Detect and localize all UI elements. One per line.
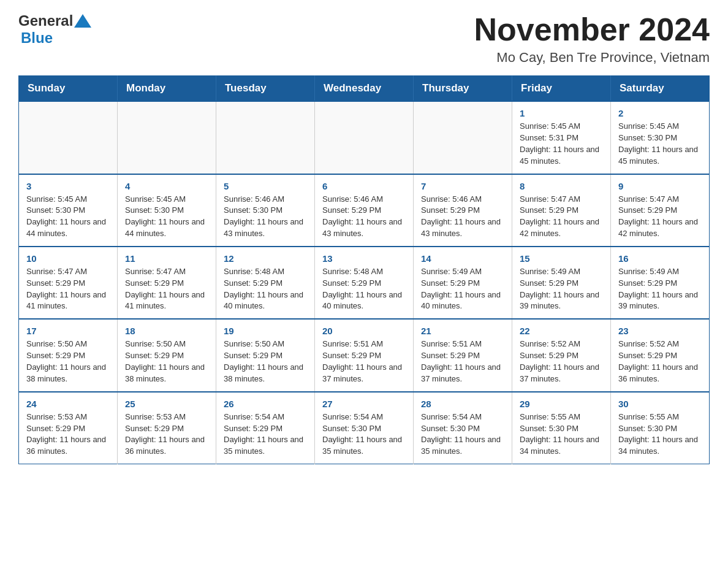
day-info: Sunrise: 5:55 AMSunset: 5:30 PMDaylight:… — [520, 412, 603, 458]
day-info: Sunrise: 5:45 AMSunset: 5:30 PMDaylight:… — [125, 194, 208, 240]
day-info: Sunrise: 5:54 AMSunset: 5:30 PMDaylight:… — [322, 412, 406, 458]
day-info: Sunrise: 5:53 AMSunset: 5:29 PMDaylight:… — [125, 412, 208, 458]
table-row: 20Sunrise: 5:51 AMSunset: 5:29 PMDayligh… — [315, 319, 414, 391]
table-row: 23Sunrise: 5:52 AMSunset: 5:29 PMDayligh… — [611, 319, 710, 391]
day-header-sunday: Sunday — [19, 76, 118, 102]
table-row: 12Sunrise: 5:48 AMSunset: 5:29 PMDayligh… — [216, 247, 315, 319]
day-number: 24 — [26, 399, 110, 409]
table-row: 7Sunrise: 5:46 AMSunset: 5:29 PMDaylight… — [414, 174, 512, 247]
calendar-week-5: 24Sunrise: 5:53 AMSunset: 5:29 PMDayligh… — [19, 392, 710, 464]
day-number: 13 — [322, 253, 406, 264]
day-number: 9 — [618, 181, 702, 191]
day-info: Sunrise: 5:54 AMSunset: 5:30 PMDaylight:… — [421, 412, 504, 458]
day-number: 29 — [520, 399, 603, 409]
day-number: 11 — [125, 253, 208, 264]
table-row: 15Sunrise: 5:49 AMSunset: 5:29 PMDayligh… — [512, 247, 611, 319]
table-row: 19Sunrise: 5:50 AMSunset: 5:29 PMDayligh… — [216, 319, 315, 391]
day-number: 21 — [421, 326, 504, 336]
page-header: General Blue November 2024 Mo Cay, Ben T… — [18, 12, 710, 66]
day-info: Sunrise: 5:53 AMSunset: 5:29 PMDaylight:… — [26, 412, 110, 458]
day-info: Sunrise: 5:48 AMSunset: 5:29 PMDaylight:… — [322, 266, 406, 312]
table-row: 3Sunrise: 5:45 AMSunset: 5:30 PMDaylight… — [19, 174, 118, 247]
day-number: 16 — [618, 253, 702, 264]
day-info: Sunrise: 5:48 AMSunset: 5:29 PMDaylight:… — [224, 266, 307, 312]
table-row: 16Sunrise: 5:49 AMSunset: 5:29 PMDayligh… — [611, 247, 710, 319]
calendar-week-1: 1Sunrise: 5:45 AMSunset: 5:31 PMDaylight… — [19, 101, 710, 174]
logo: General Blue — [18, 12, 93, 47]
table-row — [414, 101, 512, 174]
table-row: 9Sunrise: 5:47 AMSunset: 5:29 PMDaylight… — [611, 174, 710, 247]
day-info: Sunrise: 5:45 AMSunset: 5:30 PMDaylight:… — [618, 121, 702, 167]
table-row: 6Sunrise: 5:46 AMSunset: 5:29 PMDaylight… — [315, 174, 414, 247]
table-row: 4Sunrise: 5:45 AMSunset: 5:30 PMDaylight… — [118, 174, 216, 247]
day-info: Sunrise: 5:49 AMSunset: 5:29 PMDaylight:… — [618, 266, 702, 312]
day-info: Sunrise: 5:55 AMSunset: 5:30 PMDaylight:… — [618, 412, 702, 458]
table-row: 5Sunrise: 5:46 AMSunset: 5:30 PMDaylight… — [216, 174, 315, 247]
calendar-week-4: 17Sunrise: 5:50 AMSunset: 5:29 PMDayligh… — [19, 319, 710, 391]
day-number: 5 — [224, 181, 307, 191]
day-info: Sunrise: 5:50 AMSunset: 5:29 PMDaylight:… — [26, 339, 110, 385]
day-info: Sunrise: 5:47 AMSunset: 5:29 PMDaylight:… — [26, 266, 110, 312]
day-number: 18 — [125, 326, 208, 336]
table-row: 21Sunrise: 5:51 AMSunset: 5:29 PMDayligh… — [414, 319, 512, 391]
day-number: 26 — [224, 399, 307, 409]
table-row — [118, 101, 216, 174]
day-info: Sunrise: 5:45 AMSunset: 5:31 PMDaylight:… — [520, 121, 603, 167]
day-info: Sunrise: 5:52 AMSunset: 5:29 PMDaylight:… — [618, 339, 702, 385]
table-row: 17Sunrise: 5:50 AMSunset: 5:29 PMDayligh… — [19, 319, 118, 391]
table-row: 13Sunrise: 5:48 AMSunset: 5:29 PMDayligh… — [315, 247, 414, 319]
day-info: Sunrise: 5:49 AMSunset: 5:29 PMDaylight:… — [421, 266, 504, 312]
day-info: Sunrise: 5:47 AMSunset: 5:29 PMDaylight:… — [520, 194, 603, 240]
day-number: 22 — [520, 326, 603, 336]
day-header-thursday: Thursday — [414, 76, 512, 102]
day-info: Sunrise: 5:47 AMSunset: 5:29 PMDaylight:… — [125, 266, 208, 312]
day-number: 25 — [125, 399, 208, 409]
page-subtitle: Mo Cay, Ben Tre Province, Vietnam — [474, 50, 710, 66]
day-number: 23 — [618, 326, 702, 336]
day-info: Sunrise: 5:46 AMSunset: 5:29 PMDaylight:… — [421, 194, 504, 240]
day-info: Sunrise: 5:51 AMSunset: 5:29 PMDaylight:… — [421, 339, 504, 385]
day-number: 27 — [322, 399, 406, 409]
calendar-body: 1Sunrise: 5:45 AMSunset: 5:31 PMDaylight… — [19, 101, 710, 464]
day-info: Sunrise: 5:51 AMSunset: 5:29 PMDaylight:… — [322, 339, 406, 385]
day-number: 8 — [520, 181, 603, 191]
day-header-saturday: Saturday — [611, 76, 710, 102]
day-info: Sunrise: 5:50 AMSunset: 5:29 PMDaylight:… — [224, 339, 307, 385]
day-info: Sunrise: 5:47 AMSunset: 5:29 PMDaylight:… — [618, 194, 702, 240]
day-number: 2 — [618, 108, 702, 118]
table-row: 26Sunrise: 5:54 AMSunset: 5:29 PMDayligh… — [216, 392, 315, 464]
day-header-tuesday: Tuesday — [216, 76, 315, 102]
day-number: 15 — [520, 253, 603, 264]
table-row — [19, 101, 118, 174]
table-row: 24Sunrise: 5:53 AMSunset: 5:29 PMDayligh… — [19, 392, 118, 464]
table-row — [315, 101, 414, 174]
day-number: 17 — [26, 326, 110, 336]
table-row: 14Sunrise: 5:49 AMSunset: 5:29 PMDayligh… — [414, 247, 512, 319]
table-row: 22Sunrise: 5:52 AMSunset: 5:29 PMDayligh… — [512, 319, 611, 391]
table-row: 27Sunrise: 5:54 AMSunset: 5:30 PMDayligh… — [315, 392, 414, 464]
svg-marker-0 — [74, 14, 91, 28]
day-number: 12 — [224, 253, 307, 264]
day-number: 20 — [322, 326, 406, 336]
day-info: Sunrise: 5:46 AMSunset: 5:30 PMDaylight:… — [224, 194, 307, 240]
logo-general-text: General — [18, 12, 73, 29]
day-header-friday: Friday — [512, 76, 611, 102]
calendar-table: SundayMondayTuesdayWednesdayThursdayFrid… — [18, 75, 710, 464]
day-info: Sunrise: 5:46 AMSunset: 5:29 PMDaylight:… — [322, 194, 406, 240]
table-row: 28Sunrise: 5:54 AMSunset: 5:30 PMDayligh… — [414, 392, 512, 464]
day-header-wednesday: Wednesday — [315, 76, 414, 102]
day-number: 28 — [421, 399, 504, 409]
table-row: 8Sunrise: 5:47 AMSunset: 5:29 PMDaylight… — [512, 174, 611, 247]
day-header-monday: Monday — [118, 76, 216, 102]
calendar-week-2: 3Sunrise: 5:45 AMSunset: 5:30 PMDaylight… — [19, 174, 710, 247]
day-number: 1 — [520, 108, 603, 118]
day-number: 3 — [26, 181, 110, 191]
table-row: 30Sunrise: 5:55 AMSunset: 5:30 PMDayligh… — [611, 392, 710, 464]
table-row — [216, 101, 315, 174]
day-info: Sunrise: 5:54 AMSunset: 5:29 PMDaylight:… — [224, 412, 307, 458]
title-block: November 2024 Mo Cay, Ben Tre Province, … — [474, 12, 710, 66]
calendar-week-3: 10Sunrise: 5:47 AMSunset: 5:29 PMDayligh… — [19, 247, 710, 319]
logo-triangle-icon — [74, 14, 91, 28]
table-row: 1Sunrise: 5:45 AMSunset: 5:31 PMDaylight… — [512, 101, 611, 174]
day-number: 7 — [421, 181, 504, 191]
